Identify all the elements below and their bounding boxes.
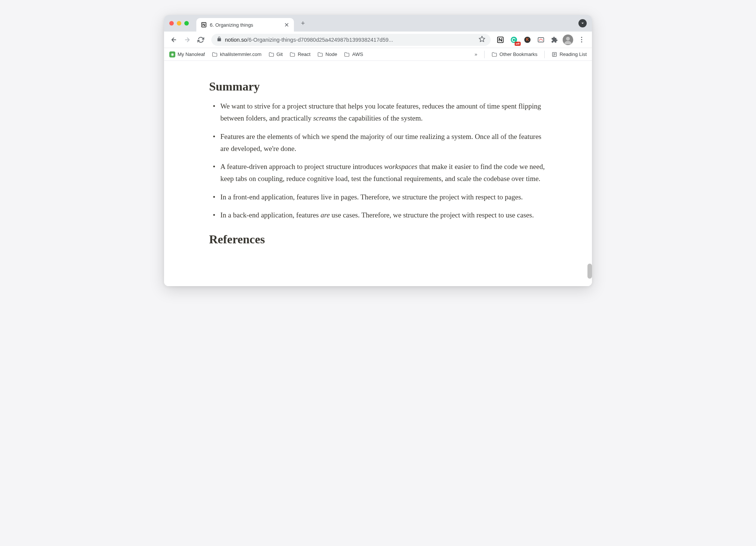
browser-window: 6. Organizing things ✕ + notion.so/6-Org…: [164, 15, 592, 286]
loom-extension-icon[interactable]: [536, 35, 546, 45]
close-window-button[interactable]: [169, 21, 174, 26]
bookmark-star-icon[interactable]: [479, 36, 485, 44]
new-tab-button[interactable]: +: [298, 18, 308, 29]
window-controls: [169, 21, 189, 26]
minimize-window-button[interactable]: [177, 21, 181, 26]
url-text: notion.so/6-Organizing-things-d70980d25a…: [225, 37, 476, 43]
chrome-menu-button[interactable]: [576, 35, 587, 45]
extensions-puzzle-icon[interactable]: [549, 35, 560, 45]
summary-list: We want to strive for a project structur…: [209, 100, 547, 221]
bookmark-folder-git[interactable]: Git: [268, 51, 283, 57]
nanoleaf-icon: ◉: [169, 51, 175, 57]
folder-icon: [268, 52, 274, 57]
profile-avatar[interactable]: [563, 35, 573, 45]
notion-favicon-icon: [201, 22, 207, 28]
reload-button[interactable]: [195, 34, 207, 46]
folder-icon: [491, 52, 497, 57]
scrollbar-thumb[interactable]: [587, 264, 592, 279]
other-bookmarks-label: Other Bookmarks: [500, 51, 538, 57]
list-item: Features are the elements of which we sp…: [209, 131, 547, 155]
page-content: Summary We want to strive for a project …: [164, 61, 592, 286]
bookmark-label: React: [298, 51, 310, 57]
bookmark-folder-khalilstemmler[interactable]: khalilstemmler.com: [212, 51, 262, 57]
browser-tab[interactable]: 6. Organizing things ✕: [196, 18, 294, 32]
maximize-window-button[interactable]: [184, 21, 189, 26]
tab-bar: 6. Organizing things ✕ +: [164, 15, 592, 32]
forward-button[interactable]: [181, 34, 193, 46]
bookmark-label: khalilstemmler.com: [220, 51, 262, 57]
grammarly-extension-icon[interactable]: off: [509, 35, 519, 45]
notion-extension-icon[interactable]: [495, 35, 506, 45]
list-item: In a back-end application, features are …: [209, 209, 547, 221]
address-bar[interactable]: notion.so/6-Organizing-things-d70980d25a…: [211, 34, 491, 46]
bookmark-label: Git: [277, 51, 283, 57]
svg-text:K: K: [526, 38, 529, 42]
divider: [544, 51, 545, 58]
bookmarks-bar: ◉ My Nanoleaf khalilstemmler.com Git Rea…: [164, 48, 592, 61]
bookmark-my-nanoleaf[interactable]: ◉ My Nanoleaf: [169, 51, 205, 57]
lock-icon: [217, 36, 222, 43]
tab-title: 6. Organizing things: [210, 22, 280, 28]
account-chevron-icon[interactable]: [578, 19, 587, 27]
bookmark-label: My Nanoleaf: [178, 51, 205, 57]
reading-list-label: Reading List: [560, 51, 587, 57]
svg-rect-6: [538, 38, 544, 42]
summary-heading: Summary: [209, 80, 547, 94]
svg-marker-1: [479, 36, 485, 41]
bookmark-folder-node[interactable]: Node: [317, 51, 337, 57]
folder-icon: [317, 52, 323, 57]
folder-icon: [344, 52, 350, 57]
references-heading: References: [209, 232, 547, 246]
list-item: In a front-end application, features liv…: [209, 191, 547, 203]
extension-badge: off: [515, 42, 521, 46]
toolbar: notion.so/6-Organizing-things-d70980d25a…: [164, 32, 592, 48]
toolbar-icons: off K: [495, 35, 588, 45]
extension-k-icon[interactable]: K: [522, 35, 533, 45]
bookmarks-overflow-button[interactable]: »: [474, 51, 477, 57]
list-item: We want to strive for a project structur…: [209, 100, 547, 125]
bookmark-label: AWS: [352, 51, 363, 57]
divider: [484, 51, 485, 58]
reading-list-button[interactable]: Reading List: [551, 51, 587, 57]
close-tab-button[interactable]: ✕: [283, 22, 289, 28]
url-path: /6-Organizing-things-d70980d25a424987b13…: [247, 37, 393, 43]
folder-icon: [289, 52, 295, 57]
bookmark-folder-aws[interactable]: AWS: [344, 51, 363, 57]
svg-point-8: [566, 37, 570, 41]
other-bookmarks-button[interactable]: Other Bookmarks: [491, 51, 538, 57]
list-item: A feature-driven approach to project str…: [209, 161, 547, 185]
back-button[interactable]: [168, 34, 180, 46]
bookmark-folder-react[interactable]: React: [289, 51, 310, 57]
url-domain: notion.so: [225, 37, 247, 43]
bookmark-label: Node: [325, 51, 337, 57]
reading-list-icon: [551, 51, 557, 57]
folder-icon: [212, 52, 218, 57]
